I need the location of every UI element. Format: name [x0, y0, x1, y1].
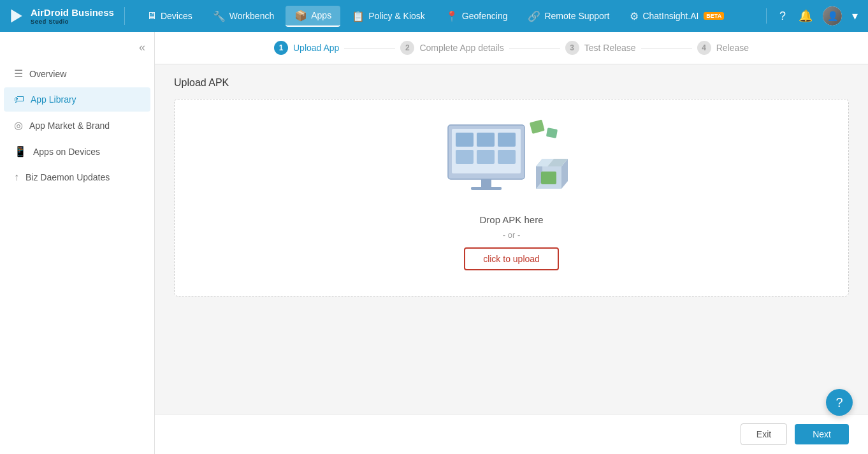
- svg-marker-0: [11, 10, 22, 23]
- workbench-icon: 🔧: [213, 10, 226, 22]
- logo: AirDroid Business Seed Studio: [8, 7, 125, 25]
- sidebar-label-app-market: App Market & Brand: [29, 121, 110, 131]
- svg-rect-8: [498, 150, 516, 164]
- nav-divider: [766, 8, 767, 24]
- svg-rect-10: [471, 187, 502, 190]
- remote-support-icon: 🔗: [528, 10, 540, 22]
- svg-rect-5: [498, 133, 516, 147]
- step-connector-3: [641, 48, 692, 48]
- avatar[interactable]: 👤: [823, 6, 842, 26]
- nav-label-workbench: Workbench: [229, 11, 275, 21]
- step-3-label: Test Release: [584, 43, 636, 53]
- step-2-circle: 2: [400, 41, 414, 55]
- devices-icon: 🖥: [147, 10, 157, 22]
- nav-item-devices[interactable]: 🖥 Devices: [138, 6, 201, 26]
- app-sub: Seed Studio: [31, 18, 114, 25]
- upload-title: Upload APK: [174, 77, 849, 89]
- help-icon[interactable]: ?: [777, 7, 788, 26]
- sidebar-label-app-library: App Library: [31, 94, 76, 105]
- top-navigation: AirDroid Business Seed Studio 🖥 Devices …: [0, 0, 868, 32]
- svg-rect-3: [456, 133, 474, 147]
- drop-or: - or -: [503, 230, 520, 240]
- upload-dropzone[interactable]: Drop APK here - or - click to upload: [174, 99, 849, 297]
- nav-item-remote-support[interactable]: 🔗 Remote Support: [519, 6, 618, 26]
- help-fab-icon: ?: [835, 395, 843, 410]
- sidebar: « ☰ Overview 🏷 App Library ◎ App Market …: [0, 32, 155, 454]
- apps-icon: 📦: [294, 10, 307, 22]
- content-footer: Exit Next: [155, 414, 868, 454]
- help-fab-button[interactable]: ?: [826, 389, 853, 416]
- main-layout: « ☰ Overview 🏷 App Library ◎ App Market …: [0, 32, 868, 454]
- sidebar-item-overview[interactable]: ☰ Overview: [4, 61, 150, 86]
- step-4: 4 Release: [697, 41, 749, 55]
- step-3: 3 Test Release: [565, 41, 636, 55]
- app-library-icon: 🏷: [14, 94, 24, 105]
- overview-icon: ☰: [14, 68, 23, 80]
- biz-daemon-icon: ↑: [14, 172, 19, 183]
- policy-icon: 📋: [352, 10, 365, 22]
- stepper: 1 Upload App 2 Complete App details 3 Te…: [155, 32, 868, 64]
- upload-section: Upload APK: [155, 64, 868, 414]
- exit-button[interactable]: Exit: [741, 423, 787, 445]
- step-2: 2 Complete App details: [400, 41, 503, 55]
- svg-rect-6: [456, 150, 474, 164]
- nav-label-policy: Policy & Kiosk: [368, 11, 425, 21]
- step-1-circle: 1: [274, 41, 288, 55]
- step-1: 1 Upload App: [274, 41, 339, 55]
- step-4-label: Release: [716, 43, 749, 53]
- drop-text: Drop APK here: [479, 214, 543, 225]
- svg-rect-9: [481, 179, 491, 187]
- svg-rect-12: [546, 128, 557, 138]
- svg-rect-18: [541, 172, 556, 184]
- step-1-label: Upload App: [293, 43, 339, 53]
- sidebar-label-apps-on-devices: Apps on Devices: [33, 147, 100, 157]
- nav-right: ? 🔔 👤 ▾: [763, 6, 860, 26]
- nav-item-geofencing[interactable]: 📍 Geofencing: [437, 6, 517, 26]
- apps-on-devices-icon: 📱: [14, 145, 27, 157]
- beta-badge: BETA: [704, 12, 724, 20]
- nav-item-apps[interactable]: 📦 Apps: [286, 6, 340, 27]
- avatar-image: 👤: [823, 6, 842, 26]
- sidebar-item-app-market[interactable]: ◎ App Market & Brand: [4, 113, 150, 138]
- app-name: AirDroid Business: [31, 7, 114, 18]
- sidebar-item-apps-on-devices[interactable]: 📱 Apps on Devices: [4, 139, 150, 164]
- notifications-icon[interactable]: 🔔: [796, 6, 815, 26]
- nav-label-devices: Devices: [161, 11, 192, 21]
- step-connector-1: [344, 48, 395, 48]
- nav-item-chatinsight[interactable]: ⚙ ChatInsight.AI BETA: [621, 6, 733, 26]
- nav-label-remote-support: Remote Support: [544, 11, 609, 21]
- nav-items: 🖥 Devices 🔧 Workbench 📦 Apps 📋 Policy & …: [138, 6, 763, 27]
- nav-label-apps: Apps: [311, 10, 331, 20]
- app-market-icon: ◎: [14, 119, 23, 131]
- content-area: 1 Upload App 2 Complete App details 3 Te…: [155, 32, 868, 454]
- sidebar-label-overview: Overview: [29, 69, 66, 79]
- step-4-circle: 4: [697, 41, 711, 55]
- step-2-label: Complete App details: [419, 43, 503, 53]
- collapse-button[interactable]: «: [135, 40, 149, 55]
- geofencing-icon: 📍: [445, 10, 458, 22]
- profile-chevron-icon[interactable]: ▾: [850, 6, 860, 26]
- sidebar-item-app-library[interactable]: 🏷 App Library: [4, 87, 150, 112]
- nav-label-geofencing: Geofencing: [462, 11, 508, 21]
- sidebar-item-biz-daemon[interactable]: ↑ Biz Daemon Updates: [4, 165, 150, 189]
- step-connector-2: [509, 48, 560, 48]
- step-3-circle: 3: [565, 41, 579, 55]
- drop-illustration: [429, 125, 595, 201]
- chatinsight-icon: ⚙: [630, 10, 639, 22]
- next-button[interactable]: Next: [795, 424, 849, 444]
- svg-rect-11: [529, 119, 544, 134]
- sidebar-label-biz-daemon: Biz Daemon Updates: [25, 172, 110, 182]
- nav-item-workbench[interactable]: 🔧 Workbench: [204, 6, 284, 26]
- upload-button[interactable]: click to upload: [464, 247, 559, 270]
- nav-item-policy[interactable]: 📋 Policy & Kiosk: [343, 6, 434, 26]
- svg-rect-7: [477, 150, 495, 164]
- svg-rect-4: [477, 133, 495, 147]
- nav-label-chatinsight: ChatInsight.AI: [642, 11, 698, 21]
- sidebar-collapse-area: «: [0, 37, 154, 61]
